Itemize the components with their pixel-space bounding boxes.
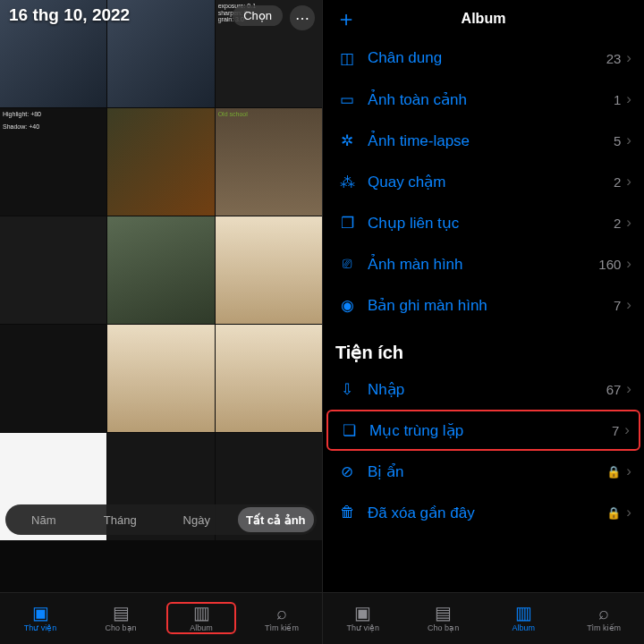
row-count: 1	[614, 92, 621, 107]
row-label: Bị ẩn	[368, 462, 606, 481]
photo-grid[interactable]: exposure: 0.1sharpen: 0grain: 3.0 Highli…	[0, 0, 322, 592]
chevron-right-icon: ›	[626, 131, 631, 149]
screenrec-icon: ◉	[335, 296, 359, 315]
chevron-right-icon: ›	[624, 421, 630, 439]
album-row[interactable]: ❏Mục trùng lặp7›	[326, 410, 640, 451]
tab-label: Tìm kiếm	[587, 623, 621, 632]
row-count: 7	[612, 423, 619, 438]
row-count: 7	[614, 298, 621, 313]
chevron-right-icon: ›	[626, 296, 631, 314]
photo-thumb[interactable]	[107, 108, 214, 216]
row-label: Chụp liên tục	[368, 214, 614, 233]
tab-label: Cho bạn	[428, 623, 459, 632]
tab-library[interactable]: ▣ Thư viện	[323, 604, 403, 632]
new-album-button[interactable]: ＋	[335, 4, 357, 33]
slomo-icon: ⁂	[335, 173, 359, 191]
seg-day[interactable]: Ngày	[158, 513, 235, 527]
album-row[interactable]: ⊘Bị ẩn🔒›	[323, 451, 644, 492]
tab-label: Album	[190, 623, 213, 632]
row-count: 160	[598, 257, 621, 272]
library-pane: 16 thg 10, 2022 Chọn ⋯ exposure: 0.1shar…	[0, 0, 322, 644]
photo-thumb[interactable]	[0, 216, 106, 324]
photo-thumb[interactable]	[0, 325, 106, 432]
select-button[interactable]: Chọn	[233, 5, 283, 26]
album-row[interactable]: 🗑Đã xóa gần đây🔒›	[323, 492, 644, 533]
portrait-icon: ◫	[335, 49, 359, 68]
album-icon: ▥	[484, 604, 564, 622]
tab-label: Tìm kiếm	[265, 623, 299, 632]
time-segment[interactable]: Năm Tháng Ngày Tất cả ảnh	[5, 504, 317, 535]
chevron-right-icon: ›	[626, 504, 631, 521]
tab-label: Cho bạn	[105, 623, 136, 632]
tab-label: Thư viện	[24, 623, 57, 632]
burst-icon: ❐	[335, 214, 359, 233]
photo-thumb[interactable]	[107, 325, 214, 432]
album-row[interactable]: ✲Ảnh time-lapse5›	[323, 120, 644, 161]
photo-thumb[interactable]	[216, 216, 322, 324]
foryou-icon: ▤	[80, 604, 161, 622]
photo-grid-wrap: 16 thg 10, 2022 Chọn ⋯ exposure: 0.1shar…	[0, 0, 322, 592]
album-pane: ＋ Album ◫Chân dung23›▭Ảnh toàn cảnh1›✲Ản…	[322, 0, 644, 644]
photo-thumb[interactable]	[107, 216, 214, 324]
section-utilities: Tiện ích	[323, 326, 644, 369]
album-header: ＋ Album	[323, 0, 644, 38]
tab-search[interactable]: ⌕ Tìm kiếm	[564, 604, 644, 632]
row-label: Nhập	[368, 380, 606, 399]
seg-month[interactable]: Tháng	[82, 513, 159, 527]
search-icon: ⌕	[564, 604, 644, 622]
tab-album[interactable]: ▥ Album	[161, 604, 242, 632]
screenshot-icon: ⎚	[335, 255, 359, 273]
tabbar-right: ▣ Thư viện ▤ Cho bạn ▥ Album ⌕ Tìm kiếm	[323, 592, 644, 644]
row-count: 23	[606, 51, 622, 66]
row-label: Chân dung	[368, 49, 606, 67]
tab-label: Thư viện	[347, 623, 380, 632]
row-count: 5	[614, 133, 621, 148]
row-count: 2	[614, 216, 621, 231]
album-row[interactable]: ⎚Ảnh màn hình160›	[323, 243, 644, 284]
row-label: Mục trùng lặp	[369, 421, 612, 440]
lock-icon: 🔒	[606, 506, 621, 520]
album-icon: ▥	[161, 604, 242, 622]
duplicate-icon: ❏	[337, 421, 360, 440]
album-row[interactable]: ◫Chân dung23›	[323, 38, 644, 79]
row-count: 2	[614, 174, 621, 190]
date-badge: 16 thg 10, 2022	[9, 5, 130, 25]
chevron-right-icon: ›	[626, 255, 631, 273]
lock-icon: 🔒	[606, 465, 621, 479]
more-button[interactable]: ⋯	[290, 5, 315, 30]
album-row[interactable]: ⇩Nhập67›	[323, 369, 644, 410]
tab-album[interactable]: ▥ Album	[484, 604, 564, 632]
panorama-icon: ▭	[335, 90, 359, 109]
album-row[interactable]: ◉Bản ghi màn hình7›	[323, 284, 644, 326]
photo-thumb[interactable]: Highlight: +80Shadow: +40	[0, 108, 106, 216]
row-label: Bản ghi màn hình	[368, 296, 614, 315]
library-icon: ▣	[0, 604, 80, 622]
row-label: Đã xóa gần đây	[368, 504, 606, 522]
photo-thumb[interactable]	[216, 325, 322, 432]
tab-foryou[interactable]: ▤ Cho bạn	[80, 604, 161, 632]
seg-all[interactable]: Tất cả ảnh	[238, 507, 315, 532]
row-label: Ảnh toàn cảnh	[368, 90, 614, 109]
album-row[interactable]: ❐Chụp liên tục2›	[323, 202, 644, 243]
tab-library[interactable]: ▣ Thư viện	[0, 604, 80, 632]
album-row[interactable]: ⁂Quay chậm2›	[323, 161, 644, 202]
seg-year[interactable]: Năm	[5, 513, 82, 527]
chevron-right-icon: ›	[626, 90, 631, 108]
row-label: Ảnh time-lapse	[368, 131, 614, 150]
row-label: Quay chậm	[368, 173, 614, 191]
chevron-right-icon: ›	[626, 462, 631, 480]
album-row[interactable]: ▭Ảnh toàn cảnh1›	[323, 79, 644, 120]
photo-thumb[interactable]: Old school	[216, 108, 322, 216]
hidden-icon: ⊘	[335, 462, 359, 481]
tab-search[interactable]: ⌕ Tìm kiếm	[242, 604, 322, 632]
chevron-right-icon: ›	[626, 173, 631, 191]
header-title: Album	[462, 11, 506, 27]
album-list[interactable]: ◫Chân dung23›▭Ảnh toàn cảnh1›✲Ảnh time-l…	[323, 38, 644, 592]
chevron-right-icon: ›	[626, 214, 631, 232]
timelapse-icon: ✲	[335, 131, 359, 150]
trash-icon: 🗑	[335, 504, 359, 521]
chevron-right-icon: ›	[626, 49, 631, 67]
library-icon: ▣	[323, 604, 403, 622]
tab-foryou[interactable]: ▤ Cho bạn	[403, 604, 484, 632]
tabbar-left: ▣ Thư viện ▤ Cho bạn ▥ Album ⌕ Tìm kiếm	[0, 592, 322, 644]
